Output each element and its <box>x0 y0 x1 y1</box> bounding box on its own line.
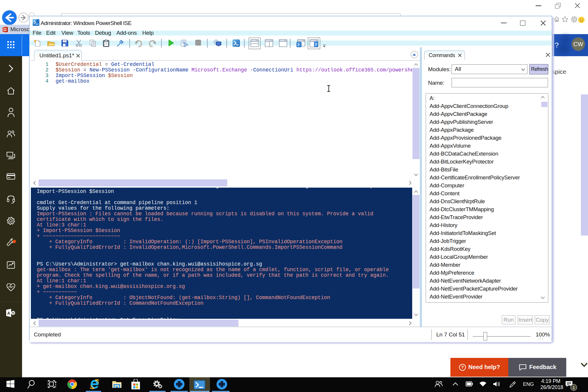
svg-text:?: ? <box>461 365 464 370</box>
svg-text:A: A <box>7 311 10 316</box>
